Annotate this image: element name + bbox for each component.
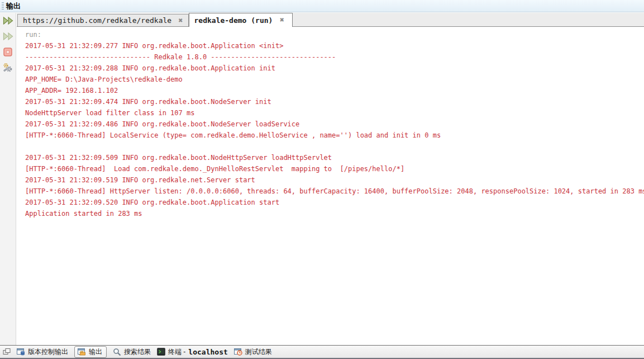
- console-line: [HTTP-*:6060-Thread] LocalService (type=…: [25, 130, 644, 141]
- view-label: 版本控制输出: [28, 347, 68, 357]
- console-line: 2017-05-31 21:32:09.486 INFO org.redkale…: [25, 119, 644, 130]
- panel-titlebar: 输出: [0, 0, 644, 12]
- view-label: 输出: [89, 347, 102, 357]
- console-line: 2017-05-31 21:32:09.474 INFO org.redkale…: [25, 96, 644, 107]
- console-line: 2017-05-31 21:32:09.509 INFO org.redkale…: [25, 152, 644, 163]
- view-label: 搜索结果: [124, 347, 151, 357]
- rerun-secondary-icon: [3, 32, 13, 40]
- version-control-output-icon: [17, 348, 25, 356]
- view-output[interactable]: 输出: [74, 346, 107, 358]
- output-window: 输出: [0, 0, 644, 359]
- search-icon: [113, 348, 121, 356]
- console-line: ------------------------------- Redkale …: [25, 51, 644, 63]
- build-settings-icon: [3, 63, 13, 73]
- console: run:2017-05-31 21:32:09.277 INFO org.red…: [17, 27, 644, 345]
- output-toolbar: [0, 13, 16, 345]
- tab-area: https://github.com/redkale/redkale ✖ red…: [17, 13, 644, 345]
- output-main: https://github.com/redkale/redkale ✖ red…: [0, 13, 644, 345]
- rerun-icon: [3, 17, 13, 25]
- rerun-button[interactable]: [2, 15, 14, 26]
- tab-redkale-demo-run[interactable]: redkale-demo (run) ✖: [189, 13, 293, 27]
- view-search-results[interactable]: 搜索结果: [113, 347, 151, 357]
- console-line: Application started in 283 ms: [25, 208, 644, 219]
- view-version-control-output[interactable]: 版本控制输出: [17, 347, 68, 357]
- tab-github-url[interactable]: https://github.com/redkale/redkale ✖: [17, 14, 189, 26]
- view-label: 终端 -: [168, 347, 185, 357]
- console-line: [25, 141, 644, 152]
- console-line: [HTTP-*:6060-Thread] HttpServer listen: …: [25, 186, 644, 197]
- drag-grip[interactable]: [2, 2, 4, 10]
- console-line: [HTTP-*:6060-Thread] Load com.redkale.de…: [25, 163, 644, 174]
- stop-icon: [3, 48, 12, 56]
- view-test-results[interactable]: 测试结果: [234, 347, 272, 357]
- stop-button[interactable]: [2, 46, 14, 58]
- console-line: 2017-05-31 21:32:09.277 INFO org.redkale…: [25, 40, 644, 51]
- terminal-host-label: localhost: [188, 348, 227, 356]
- console-line: 2017-05-31 21:32:09.520 INFO org.redkale…: [25, 197, 644, 208]
- test-results-icon: [234, 348, 242, 356]
- float-window-icon[interactable]: [3, 348, 11, 355]
- console-line: APP_ADDR= 192.168.1.102: [25, 85, 644, 96]
- console-line: NodeHttpServer load filter class in 107 …: [25, 107, 644, 119]
- tab-row: https://github.com/redkale/redkale ✖ red…: [17, 13, 644, 27]
- output-window-icon: [78, 348, 86, 356]
- view-label: 测试结果: [245, 347, 272, 357]
- console-line: APP_HOME= D:\Java-Projects\redkale-demo: [25, 74, 644, 85]
- tab-close-icon[interactable]: ✖: [178, 18, 183, 23]
- tab-label: redkale-demo (run): [194, 16, 273, 25]
- tab-close-icon[interactable]: ✖: [279, 17, 284, 23]
- build-settings-button[interactable]: [2, 62, 14, 73]
- console-line: 2017-05-31 21:32:09.519 INFO org.redkale…: [25, 174, 644, 186]
- console-line: 2017-05-31 21:32:09.288 INFO org.redkale…: [25, 63, 644, 74]
- panel-title: 输出: [6, 1, 21, 11]
- bottom-view-bar: 版本控制输出 输出 搜索结果: [0, 345, 644, 359]
- tab-label: https://github.com/redkale/redkale: [23, 16, 171, 25]
- terminal-icon: [157, 348, 165, 356]
- rerun-secondary-button[interactable]: [2, 30, 14, 42]
- console-line: run:: [25, 29, 644, 40]
- view-terminal-localhost[interactable]: 终端 - localhost: [157, 347, 228, 357]
